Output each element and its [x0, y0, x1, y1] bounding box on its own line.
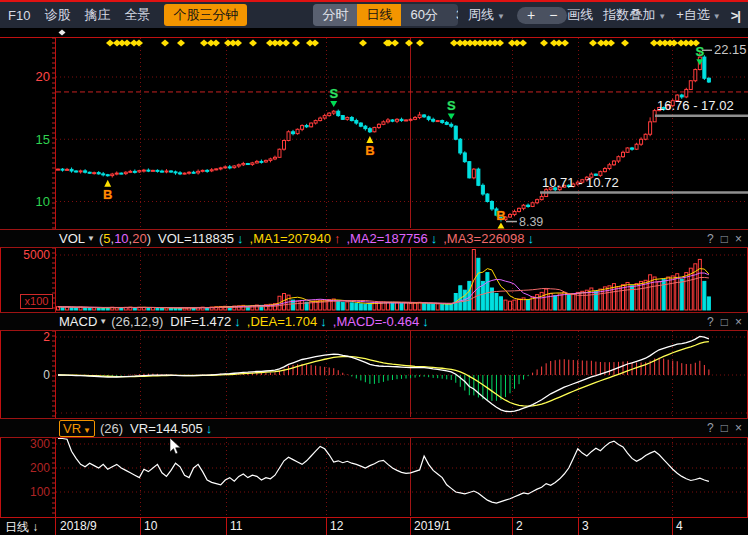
- vol-ma1: ,MA1=207940: [250, 231, 331, 246]
- month-separator: [55, 518, 56, 535]
- vr-value: VR=144.505: [130, 421, 203, 436]
- month-label: 10: [144, 519, 157, 533]
- index-overlay-dropdown[interactable]: 指数叠加▼: [603, 6, 666, 24]
- catch-banker-button[interactable]: 擒庄: [84, 6, 110, 24]
- down-arrow-icon: ↓: [320, 314, 327, 329]
- stock-app-window: F10 诊股 擒庄 全景 个股三分钟 分时 日线 60分 30分 周线▼ + −…: [0, 0, 748, 535]
- zoom-pill: + −: [517, 7, 567, 24]
- svg-text:8.39: 8.39: [519, 215, 543, 229]
- down-arrow-icon: ↓: [234, 314, 241, 329]
- diagnose-stock-button[interactable]: 诊股: [44, 6, 70, 24]
- tab-daily[interactable]: 日线: [357, 4, 401, 26]
- month-label: 4: [676, 519, 683, 533]
- month-label: 2019/1: [414, 519, 451, 533]
- vol-unit-badge: x100: [20, 294, 53, 309]
- mouse-cursor-icon: [170, 438, 181, 454]
- month-separator: [410, 518, 411, 535]
- zoom-in-button[interactable]: +: [527, 8, 535, 22]
- month-label: 2018/9: [60, 519, 97, 533]
- cursor-layer: [170, 438, 181, 454]
- time-axis-bar: 日线 ↓ 2018/91011122019/1234: [0, 518, 748, 535]
- macd-help-icon[interactable]: ?: [707, 315, 714, 329]
- vol-indicator-selector[interactable]: VOL: [59, 231, 85, 246]
- stock-3min-button[interactable]: 个股三分钟: [164, 4, 247, 26]
- vr-params: (26): [100, 421, 123, 436]
- down-arrow-icon: ↓: [431, 231, 438, 246]
- volume-bars-layer: [57, 250, 711, 311]
- svg-text:B: B: [365, 143, 374, 158]
- collapse-panel-icon[interactable]: >|: [731, 8, 740, 23]
- month-label: 3: [582, 519, 589, 533]
- annotation-layer: 16.76 - 17.0210.71 - 10.7222.15: [540, 42, 748, 192]
- month-label: 2: [516, 519, 523, 533]
- down-arrow-icon: ↓: [32, 520, 38, 534]
- chevron-down-icon: ▼: [713, 12, 721, 21]
- trade-markers-layer: BBB8.39SSS: [103, 44, 704, 228]
- month-separator: [578, 518, 579, 535]
- chevron-down-icon: ▼: [497, 12, 505, 21]
- down-arrow-icon: ↓: [206, 421, 213, 436]
- macd-panel-header: MACD▼ (26,12,9) DIF=1.472↓ ,DEA=1.704↓ ,…: [0, 312, 748, 331]
- svg-text:22.15: 22.15: [714, 42, 747, 57]
- macd-value: ,MACD=-0.464: [333, 314, 419, 329]
- f10-button[interactable]: F10: [8, 8, 30, 23]
- vol-maximize-icon[interactable]: □: [721, 232, 728, 246]
- month-label: 11: [230, 519, 242, 533]
- svg-text:S: S: [329, 86, 338, 101]
- tab-60min[interactable]: 60分: [401, 4, 446, 26]
- macd-params: (26,12,9): [111, 314, 163, 329]
- month-separator: [326, 518, 327, 535]
- month-separator: [672, 518, 673, 535]
- macd-dea: ,DEA=1.704: [247, 314, 317, 329]
- scroll-position-diamond: [59, 30, 66, 36]
- vol-panel-header: VOL▼ (5,10,20) VOL=118835↓ ,MA1=207940↑ …: [0, 229, 748, 248]
- toolbar-right-group: 画线 指数叠加▼ +自选▼ >|: [567, 6, 748, 24]
- panorama-button[interactable]: 全景: [124, 6, 150, 24]
- month-label: 12: [330, 519, 343, 533]
- chart-canvas[interactable]: BBB8.39SSS16.76 - 17.0210.71 - 10.7222.1…: [0, 28, 748, 518]
- macd-maximize-icon[interactable]: □: [721, 315, 728, 329]
- svg-text:B: B: [103, 187, 112, 202]
- candles-layer: [57, 50, 711, 221]
- month-separator: [140, 518, 141, 535]
- weekly-dropdown[interactable]: 周线▼: [468, 6, 505, 24]
- zoom-out-button[interactable]: −: [549, 8, 557, 22]
- vr-close-icon[interactable]: ×: [735, 421, 742, 435]
- tab-intraday[interactable]: 分时: [313, 4, 357, 26]
- chart-stack: BBB8.39SSS16.76 - 17.0210.71 - 10.7222.1…: [0, 28, 748, 518]
- period-indicator[interactable]: 日线 ↓: [5, 519, 38, 535]
- vol-params: (5,10,20): [99, 231, 151, 246]
- vr-indicator-selector[interactable]: VR▼: [59, 420, 95, 437]
- vr-line-layer: [58, 439, 709, 504]
- vol-ma3: ,MA3=226098: [443, 231, 524, 246]
- vr-maximize-icon[interactable]: □: [721, 421, 728, 435]
- vol-help-icon[interactable]: ?: [707, 232, 714, 246]
- macd-dif: DIF=1.472: [170, 314, 231, 329]
- macd-close-icon[interactable]: ×: [735, 315, 742, 329]
- grid-layer: [0, 37, 748, 518]
- top-toolbar: F10 诊股 擒庄 全景 个股三分钟 分时 日线 60分 30分 周线▼ + −…: [0, 0, 748, 28]
- tab-30min[interactable]: 30分: [447, 4, 458, 26]
- chevron-down-icon: ▼: [658, 12, 666, 21]
- vr-help-icon[interactable]: ?: [707, 421, 714, 435]
- month-separator: [512, 518, 513, 535]
- svg-text:S: S: [447, 98, 456, 113]
- vr-panel-header: VR▼ (26) VR=144.505↓ ?□×: [0, 418, 748, 438]
- chevron-down-icon: ▼: [99, 317, 107, 326]
- up-arrow-icon: ↑: [334, 231, 341, 246]
- add-watchlist-dropdown[interactable]: +自选▼: [676, 6, 721, 24]
- month-separator: [226, 518, 227, 535]
- period-tab-group: 分时 日线 60分 30分: [313, 4, 458, 26]
- svg-text:16.76 - 17.02: 16.76 - 17.02: [657, 98, 734, 113]
- svg-text:S: S: [696, 44, 705, 59]
- chevron-down-icon: ▼: [87, 234, 95, 243]
- macd-indicator-selector[interactable]: MACD: [59, 314, 97, 329]
- svg-text:10.71 - 10.72: 10.71 - 10.72: [542, 175, 619, 190]
- chevron-down-icon: ▼: [83, 426, 91, 435]
- down-arrow-icon: ↓: [422, 314, 429, 329]
- vol-close-icon[interactable]: ×: [735, 232, 742, 246]
- svg-text:B: B: [496, 208, 505, 223]
- down-arrow-icon: ↓: [237, 231, 244, 246]
- macd-layer: [58, 336, 709, 411]
- draw-line-button[interactable]: 画线: [567, 6, 593, 24]
